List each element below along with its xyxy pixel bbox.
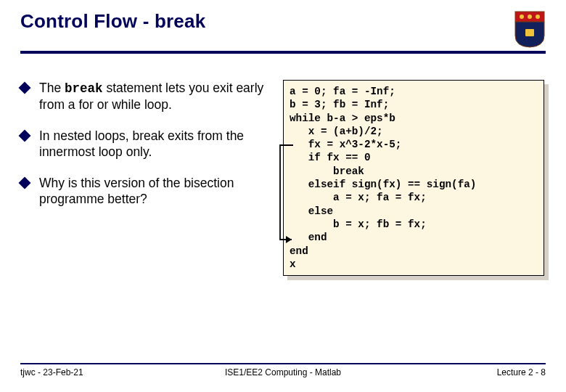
bullet-text-pre: The bbox=[39, 81, 65, 95]
slide-title: Control Flow - break bbox=[20, 10, 205, 33]
code-block: a = 0; fa = -Inf; b = 3; fb = Inf; while… bbox=[283, 80, 544, 276]
break-arrow-icon bbox=[273, 144, 295, 253]
university-crest-icon bbox=[514, 10, 546, 48]
svg-point-2 bbox=[528, 15, 532, 19]
footer-left: tjwc - 23-Feb-21 bbox=[20, 367, 83, 377]
bullets-column: The break statement lets you exit early … bbox=[20, 80, 274, 276]
bullet-text: In nested loops, break exits from the in… bbox=[39, 128, 274, 160]
slide-footer: tjwc - 23-Feb-21 ISE1/EE2 Computing - Ma… bbox=[20, 363, 546, 377]
svg-point-1 bbox=[520, 15, 524, 19]
bullet-item: In nested loops, break exits from the in… bbox=[20, 128, 274, 160]
diamond-bullet-icon bbox=[19, 82, 31, 94]
svg-rect-4 bbox=[525, 29, 534, 36]
diamond-bullet-icon bbox=[19, 176, 31, 189]
code-block-wrapper: a = 0; fa = -Inf; b = 3; fb = Inf; while… bbox=[283, 80, 544, 276]
bullet-item: The break statement lets you exit early … bbox=[20, 80, 274, 113]
bullet-text: Why is this version of the bisection pro… bbox=[39, 175, 274, 208]
svg-point-3 bbox=[536, 15, 540, 19]
bullet-item: Why is this version of the bisection pro… bbox=[20, 175, 274, 208]
diamond-bullet-icon bbox=[19, 129, 31, 142]
footer-right: Lecture 2 - 8 bbox=[497, 367, 546, 377]
bullet-text-code: break bbox=[65, 81, 103, 96]
footer-middle: ISE1/EE2 Computing - Matlab bbox=[225, 367, 341, 377]
